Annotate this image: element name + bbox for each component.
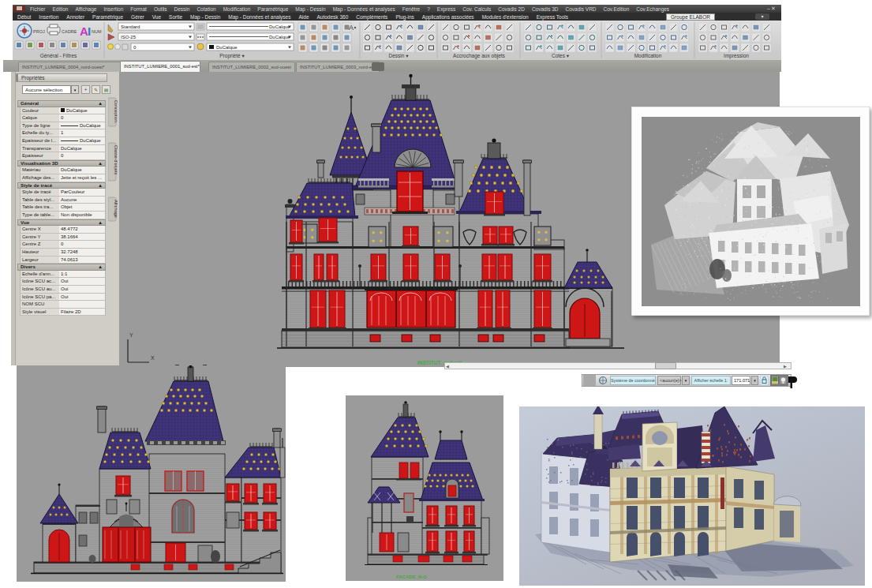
svg-text:Affichage: Affichage	[114, 200, 118, 218]
svg-text:NUM: NUM	[92, 29, 102, 34]
svg-text:Impression: Impression	[724, 53, 749, 59]
svg-text:Propriété ▾: Propriété ▾	[219, 53, 245, 59]
svg-text:DuCalque: DuCalque	[269, 35, 290, 39]
svg-text:FACADE_N-O: FACADE_N-O	[396, 575, 427, 579]
svg-text:CADRE: CADRE	[62, 29, 77, 34]
svg-text:Modification: Modification	[634, 53, 662, 58]
svg-text:Y: Y	[129, 332, 133, 338]
svg-text:A: A	[349, 24, 354, 32]
svg-text:PROJ: PROJ	[33, 29, 45, 34]
svg-text:Classe d'objets: Classe d'objets	[114, 145, 118, 174]
svg-text:DuCalque: DuCalque	[269, 24, 290, 29]
svg-text:Accrochage aux objets: Accrochage aux objets	[453, 53, 506, 59]
svg-text:DuCalque: DuCalque	[216, 45, 238, 50]
svg-text:X: X	[151, 355, 155, 361]
svg-text:Général - Filtres: Général - Filtres	[40, 53, 77, 58]
svg-text:Standard: Standard	[121, 24, 140, 29]
svg-text:Dessin ▾: Dessin ▾	[389, 53, 410, 58]
svg-text:Cotes ▾: Cotes ▾	[552, 53, 570, 58]
svg-text:ISO-25: ISO-25	[121, 35, 137, 39]
svg-text:Conception: Conception	[114, 100, 118, 122]
svg-text:I: I	[88, 24, 91, 38]
